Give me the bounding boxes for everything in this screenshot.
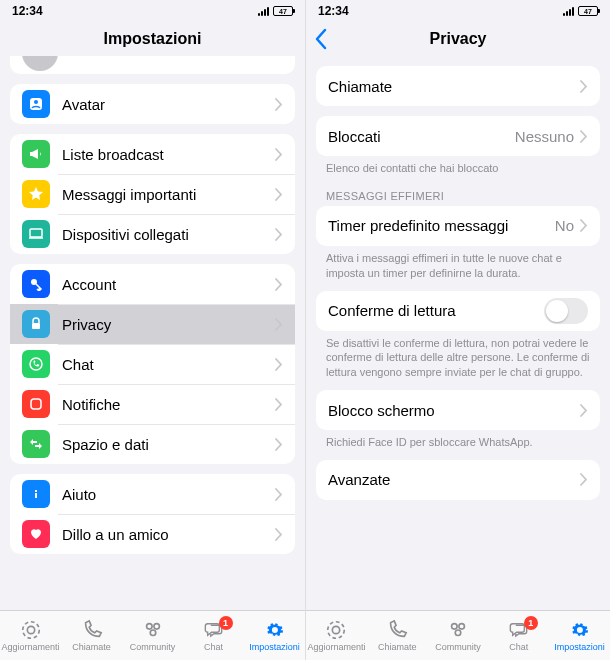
chevron-right-icon xyxy=(275,358,283,371)
clock: 12:34 xyxy=(318,4,349,18)
chevron-right-icon xyxy=(275,228,283,241)
notif-label: Notifiche xyxy=(62,396,275,413)
blocked-row[interactable]: Bloccati Nessuno xyxy=(316,116,600,156)
signal-icon xyxy=(563,7,574,16)
tell-label: Dillo a un amico xyxy=(62,526,275,543)
notifications-row[interactable]: Notifiche xyxy=(10,384,295,424)
chevron-right-icon xyxy=(275,278,283,291)
blocked-value: Nessuno xyxy=(515,128,574,145)
status-bar: 12:34 47 xyxy=(306,0,610,22)
help-row[interactable]: Aiuto xyxy=(10,474,295,514)
tab-calls[interactable]: Chiamate xyxy=(368,619,426,652)
key-icon xyxy=(22,270,50,298)
signal-icon xyxy=(258,7,269,16)
privacy-label: Privacy xyxy=(62,316,275,333)
tab-bar: Aggiornamenti Chiamate Community 1 Chat … xyxy=(0,610,305,660)
gear-icon xyxy=(263,619,287,641)
account-label: Account xyxy=(62,276,275,293)
svg-point-1 xyxy=(34,100,38,104)
chevron-right-icon xyxy=(580,219,588,232)
read-receipts-toggle[interactable] xyxy=(544,298,588,324)
svg-point-14 xyxy=(333,626,340,633)
chevron-right-icon xyxy=(275,98,283,111)
tab-updates[interactable]: Aggiornamenti xyxy=(2,619,60,652)
page-title: Privacy xyxy=(430,30,487,48)
star-icon xyxy=(22,180,50,208)
avatar-row[interactable]: Avatar xyxy=(10,84,295,124)
tab-chat[interactable]: 1 Chat xyxy=(185,619,243,652)
starred-label: Messaggi importanti xyxy=(62,186,275,203)
updates-icon xyxy=(19,619,43,641)
linked-label: Dispositivi collegati xyxy=(62,226,275,243)
storage-label: Spazio e dati xyxy=(62,436,275,453)
profile-row[interactable] xyxy=(10,56,295,74)
tab-community[interactable]: Community xyxy=(124,619,182,652)
battery-icon: 47 xyxy=(578,6,598,16)
bell-icon xyxy=(22,390,50,418)
broadcast-label: Liste broadcast xyxy=(62,146,275,163)
read-receipts-row[interactable]: Conferme di lettura xyxy=(316,291,600,331)
svg-point-10 xyxy=(22,622,39,639)
tab-calls[interactable]: Chiamate xyxy=(63,619,121,652)
info-icon xyxy=(22,480,50,508)
avatar-label: Avatar xyxy=(62,96,275,113)
whatsapp-icon xyxy=(22,350,50,378)
phone-icon xyxy=(385,619,409,641)
broadcast-row[interactable]: Liste broadcast xyxy=(10,134,295,174)
tab-chat[interactable]: 1 Chat xyxy=(490,619,548,652)
chevron-right-icon xyxy=(275,148,283,161)
ephemeral-header: MESSAGGI EFFIMERI xyxy=(306,176,610,206)
chevron-right-icon xyxy=(275,528,283,541)
svg-rect-4 xyxy=(32,323,40,329)
community-icon xyxy=(141,619,165,641)
ephemeral-footer: Attiva i messaggi effimeri in tutte le n… xyxy=(306,246,610,281)
chevron-right-icon xyxy=(580,473,588,486)
megaphone-icon xyxy=(22,140,50,168)
chevron-right-icon xyxy=(275,318,283,331)
chevron-right-icon xyxy=(275,488,283,501)
gear-icon xyxy=(568,619,592,641)
chat-badge: 1 xyxy=(219,616,233,630)
back-button[interactable] xyxy=(314,28,336,50)
timer-label: Timer predefinito messaggi xyxy=(328,217,555,234)
nav-bar: Impostazioni xyxy=(0,22,305,56)
battery-icon: 47 xyxy=(273,6,293,16)
community-icon xyxy=(446,619,470,641)
tab-community[interactable]: Community xyxy=(429,619,487,652)
chevron-left-icon xyxy=(314,28,328,50)
account-row[interactable]: Account xyxy=(10,264,295,304)
screen-lock-row[interactable]: Blocco schermo xyxy=(316,390,600,430)
calls-row[interactable]: Chiamate xyxy=(316,66,600,106)
heart-icon xyxy=(22,520,50,548)
avatar-icon xyxy=(22,90,50,118)
phone-icon xyxy=(80,619,104,641)
privacy-screen: 12:34 47 Privacy Chiamate Bloccati Nessu… xyxy=(305,0,610,660)
tab-updates[interactable]: Aggiornamenti xyxy=(307,619,365,652)
screenlock-footer: Richiedi Face ID per sbloccare WhatsApp. xyxy=(306,430,610,450)
lock-icon xyxy=(22,310,50,338)
chevron-right-icon xyxy=(580,130,588,143)
screenlock-label: Blocco schermo xyxy=(328,402,580,419)
readreceipt-label: Conferme di lettura xyxy=(328,302,544,319)
status-bar: 12:34 47 xyxy=(0,0,305,22)
tab-settings[interactable]: Impostazioni xyxy=(246,619,304,652)
advanced-label: Avanzate xyxy=(328,471,580,488)
starred-row[interactable]: Messaggi importanti xyxy=(10,174,295,214)
advanced-row[interactable]: Avanzate xyxy=(316,460,600,500)
tab-bar: Aggiornamenti Chiamate Community 1 Chat … xyxy=(306,610,610,660)
storage-row[interactable]: Spazio e dati xyxy=(10,424,295,464)
avatar xyxy=(22,56,58,71)
updates-icon xyxy=(324,619,348,641)
chat-row[interactable]: Chat xyxy=(10,344,295,384)
privacy-row[interactable]: Privacy xyxy=(10,304,295,344)
linked-devices-row[interactable]: Dispositivi collegati xyxy=(10,214,295,254)
laptop-icon xyxy=(22,220,50,248)
default-timer-row[interactable]: Timer predefinito messaggi No xyxy=(316,206,600,246)
arrows-icon xyxy=(22,430,50,458)
tab-settings[interactable]: Impostazioni xyxy=(551,619,609,652)
nav-bar: Privacy xyxy=(306,22,610,56)
tell-friend-row[interactable]: Dillo a un amico xyxy=(10,514,295,554)
svg-point-18 xyxy=(455,630,461,636)
timer-value: No xyxy=(555,217,574,234)
settings-screen: 12:34 47 Impostazioni Avatar xyxy=(0,0,305,660)
